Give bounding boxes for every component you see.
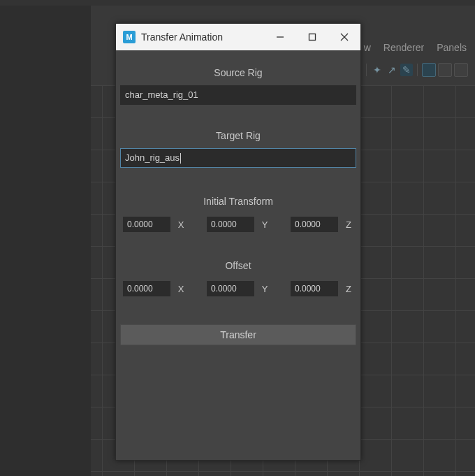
offset-row: 0.0000 X 0.0000 Y 0.0000 Z [116, 281, 360, 296]
dialog-titlebar[interactable]: M Transfer Animation [116, 24, 360, 50]
window-controls [264, 24, 360, 50]
axis-x-label: X [176, 219, 186, 230]
source-rig-label: Source Rig [116, 67, 360, 78]
initial-transform-z-input[interactable]: 0.0000 [291, 217, 338, 232]
initial-transform-row: 0.0000 X 0.0000 Y 0.0000 Z [116, 217, 360, 232]
dialog-body: Source Rig char_meta_rig_01 Target Rig J… [116, 50, 360, 460]
target-rig-label: Target Rig [116, 130, 360, 141]
text-caret [180, 153, 181, 164]
axis-x-label: X [176, 284, 186, 294]
minimize-button[interactable] [264, 24, 296, 50]
axis-y-label: Y [260, 219, 270, 230]
axis-y-label: Y [260, 284, 270, 294]
close-button[interactable] [328, 24, 360, 50]
target-rig-input[interactable]: John_rig_aus [120, 148, 356, 168]
dialog-title: Transfer Animation [141, 31, 264, 43]
maya-app-icon: M [123, 31, 136, 43]
svg-rect-1 [309, 34, 316, 41]
offset-z-input[interactable]: 0.0000 [291, 281, 338, 296]
offset-x-input[interactable]: 0.0000 [123, 281, 170, 296]
axis-z-label: Z [344, 284, 353, 294]
initial-transform-label: Initial Transform [116, 196, 360, 207]
transfer-animation-dialog: M Transfer Animation Source Rig char_met… [115, 23, 361, 461]
source-rig-value: char_meta_rig_01 [125, 89, 198, 100]
minimize-icon [276, 33, 284, 41]
initial-transform-x-input[interactable]: 0.0000 [123, 217, 170, 232]
close-icon [340, 33, 349, 41]
target-rig-value: John_rig_aus [125, 152, 180, 163]
maximize-button[interactable] [296, 24, 328, 50]
source-rig-input[interactable]: char_meta_rig_01 [120, 85, 356, 105]
transfer-button[interactable]: Transfer [120, 324, 356, 345]
maximize-icon [308, 33, 316, 41]
initial-transform-y-input[interactable]: 0.0000 [207, 217, 254, 232]
offset-y-input[interactable]: 0.0000 [207, 281, 254, 296]
axis-z-label: Z [344, 219, 353, 230]
offset-label: Offset [116, 260, 360, 271]
